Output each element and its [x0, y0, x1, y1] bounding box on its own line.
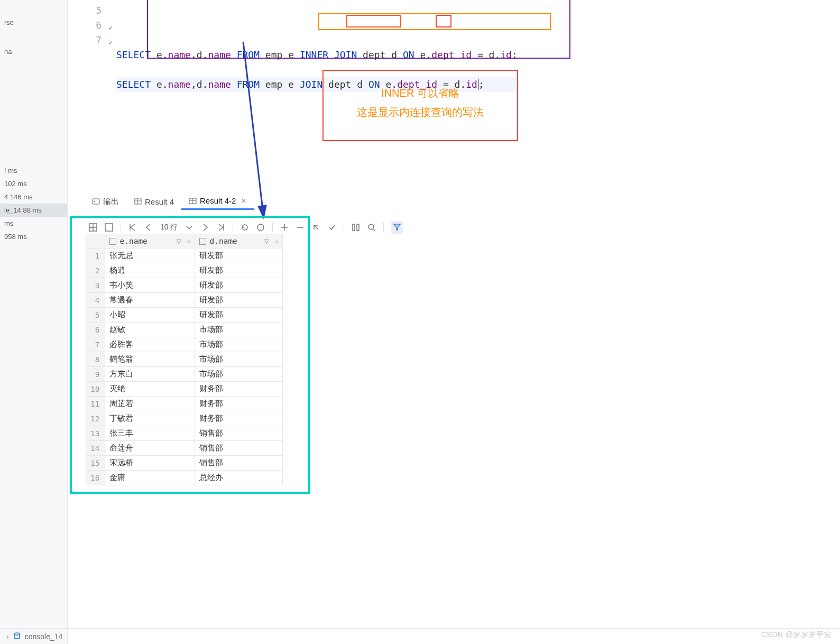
next-page-icon[interactable]: [201, 223, 209, 232]
table-row[interactable]: 8鹤笔翁市场部: [86, 352, 283, 367]
revert-icon[interactable]: [312, 223, 320, 232]
cell-d-name[interactable]: 研发部: [195, 293, 283, 308]
console-name[interactable]: console_14: [25, 632, 63, 641]
table-row[interactable]: 13张三丰销售部: [86, 426, 283, 441]
cell-d-name[interactable]: 财务部: [195, 411, 283, 426]
result-tabs: 输出 Result 4 Result 4-2 ✕: [74, 191, 656, 211]
status-bar: › console_14: [0, 628, 839, 644]
table-row[interactable]: 5小昭研发部: [86, 308, 283, 323]
search-icon[interactable]: [367, 223, 376, 232]
sidebar-item[interactable]: na: [0, 45, 67, 58]
sidebar-history-item[interactable]: 102 ms: [0, 177, 67, 190]
remove-row-icon[interactable]: [296, 223, 305, 232]
table-row[interactable]: 10灭绝财务部: [86, 382, 283, 397]
cell-d-name[interactable]: 财务部: [195, 382, 283, 397]
table-row[interactable]: 16金庸总经办: [86, 471, 283, 485]
filter-icon[interactable]: ▽: [264, 237, 269, 245]
cell-d-name[interactable]: 研发部: [195, 278, 283, 293]
tab-result4-2[interactable]: Result 4-2 ✕: [181, 193, 254, 210]
sidebar-history-item[interactable]: ms: [0, 217, 67, 230]
cell-e-name[interactable]: 韦小笑: [105, 278, 195, 293]
cell-d-name[interactable]: 销售部: [195, 441, 283, 456]
cell-e-name[interactable]: 赵敏: [105, 323, 195, 337]
cell-d-name[interactable]: 市场部: [195, 367, 283, 382]
column-header-e-name[interactable]: e.name ▽ ⇅: [105, 234, 195, 249]
columns-icon[interactable]: [352, 223, 360, 232]
cell-e-name[interactable]: 常遇春: [105, 293, 195, 308]
cell-e-name[interactable]: 必胜客: [105, 337, 195, 352]
sort-icon[interactable]: ⇅: [187, 238, 190, 244]
column-label: e.name: [119, 237, 147, 245]
commit-icon[interactable]: [328, 223, 336, 232]
line-number: 7: [96, 34, 102, 45]
cell-e-name[interactable]: 宋远桥: [105, 456, 195, 471]
cell-e-name[interactable]: 命莲舟: [105, 441, 195, 456]
grid-icon[interactable]: [89, 223, 97, 232]
reload-icon[interactable]: [241, 223, 249, 232]
table-row[interactable]: 11周芷若财务部: [86, 397, 283, 411]
cell-e-name[interactable]: 灭绝: [105, 382, 195, 397]
cell-e-name[interactable]: 小昭: [105, 308, 195, 323]
tab-output[interactable]: 输出: [85, 194, 126, 210]
stop-icon[interactable]: [256, 223, 265, 232]
table-row[interactable]: 9方东白市场部: [86, 367, 283, 382]
table-row[interactable]: 7必胜客市场部: [86, 337, 283, 352]
chevron-down-icon[interactable]: [185, 223, 193, 232]
cell-d-name[interactable]: 总经办: [195, 471, 283, 485]
filter-toggle-icon[interactable]: [391, 221, 403, 234]
cell-e-name[interactable]: 鹤笔翁: [105, 352, 195, 367]
table-row[interactable]: 14命莲舟销售部: [86, 441, 283, 456]
column-header-d-name[interactable]: d.name ▽ ⇅: [195, 234, 283, 249]
cell-e-name[interactable]: 丁敏君: [105, 411, 195, 426]
cell-d-name[interactable]: 研发部: [195, 308, 283, 323]
table-row[interactable]: 3韦小笑研发部: [86, 278, 283, 293]
row-number: 8: [86, 352, 105, 367]
cell-d-name[interactable]: 研发部: [195, 263, 283, 278]
cell-e-name[interactable]: 周芷若: [105, 397, 195, 411]
sidebar-item[interactable]: rse: [0, 16, 67, 29]
svg-rect-19: [357, 224, 359, 231]
cell-d-name[interactable]: 销售部: [195, 456, 283, 471]
cell-d-name[interactable]: 市场部: [195, 337, 283, 352]
table-row[interactable]: 1张无忌研发部: [86, 249, 283, 263]
table-row[interactable]: 4常遇春研发部: [86, 293, 283, 308]
last-page-icon[interactable]: [217, 223, 225, 232]
sql-editor[interactable]: 5 6✓ 7✓ SELECT e.name,d.name FROM emp e …: [74, 0, 839, 190]
sidebar-history-item[interactable]: le_14 88 ms: [0, 204, 67, 217]
table-icon: [134, 198, 142, 205]
first-page-icon[interactable]: [128, 223, 137, 232]
cell-e-name[interactable]: 方东白: [105, 367, 195, 382]
table-row[interactable]: 6赵敏市场部: [86, 323, 283, 337]
sort-icon[interactable]: ⇅: [275, 238, 278, 244]
cell-d-name[interactable]: 财务部: [195, 397, 283, 411]
cell-e-name[interactable]: 金庸: [105, 471, 195, 485]
cell-e-name[interactable]: 张无忌: [105, 249, 195, 263]
cell-e-name[interactable]: 杨逍: [105, 263, 195, 278]
cell-d-name[interactable]: 研发部: [195, 249, 283, 263]
close-icon[interactable]: ✕: [241, 197, 246, 205]
svg-rect-11: [105, 224, 113, 231]
prev-page-icon[interactable]: [144, 223, 153, 232]
sidebar-history-item[interactable]: ! ms: [0, 164, 67, 177]
result-table: e.name ▽ ⇅ d.name ▽ ⇅ 1张无忌研发部2杨逍研发部3韦小笑研…: [86, 234, 283, 485]
chevron-right-icon[interactable]: ›: [6, 632, 9, 641]
code-line[interactable]: SELECT e.name,d.name FROM emp e INNER JO…: [116, 48, 518, 62]
cell-d-name[interactable]: 市场部: [195, 323, 283, 337]
table-row[interactable]: 2杨逍研发部: [86, 263, 283, 278]
expand-icon[interactable]: [105, 223, 113, 232]
add-row-icon[interactable]: [280, 223, 289, 232]
sidebar-history-item[interactable]: 958 ms: [0, 230, 67, 243]
row-number: 16: [86, 471, 105, 485]
table-row[interactable]: 12丁敏君财务部: [86, 411, 283, 426]
cell-d-name[interactable]: 销售部: [195, 426, 283, 441]
sidebar-history-item[interactable]: 4 146 ms: [0, 190, 67, 204]
code-line[interactable]: [116, 18, 518, 33]
cell-e-name[interactable]: 张三丰: [105, 426, 195, 441]
tab-result4[interactable]: Result 4: [126, 194, 181, 209]
table-row[interactable]: 15宋远桥销售部: [86, 456, 283, 471]
filter-icon[interactable]: ▽: [177, 237, 181, 245]
editor-gutter: 5 6✓ 7✓: [74, 0, 111, 48]
page-size-label[interactable]: 10 行: [160, 223, 178, 232]
cell-d-name[interactable]: 市场部: [195, 352, 283, 367]
row-number: 10: [86, 382, 105, 397]
